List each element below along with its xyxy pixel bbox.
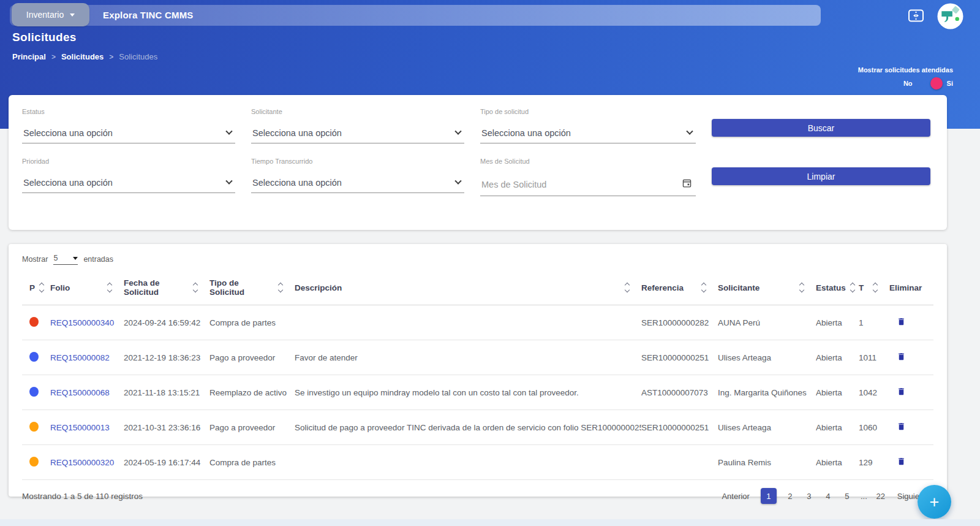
column-header-p[interactable]: P [22,271,50,305]
delete-button[interactable] [889,316,906,329]
solicitante-select[interactable]: Selecciona una opción [251,128,464,143]
page-button-3[interactable]: 3 [804,492,815,501]
estatus-cell: Abierta [816,305,859,340]
page-size-select[interactable]: 5 [53,254,78,265]
column-header-estatus[interactable]: Estatus [816,271,859,305]
page-title: Solicitudes [12,31,77,44]
requests-table-card: Mostrar 5 entradas PFolioFecha de Solici… [9,244,947,497]
column-header-descripci-n[interactable]: Descripción [295,271,641,305]
sort-icon[interactable] [108,283,111,292]
column-header-fecha-de-solicitud[interactable]: Fecha de Solicitud [124,271,209,305]
attended-toggle-area: Mostrar solicitudes atendidas No Si [858,66,953,88]
page-button-22[interactable]: 22 [875,492,886,501]
t-cell: 1011 [859,340,889,375]
column-label: Estatus [816,283,846,292]
table-length-menu: Mostrar 5 entradas [9,244,947,265]
page-button-5[interactable]: 5 [842,492,853,501]
chevron-down-icon [225,178,232,185]
fecha-cell: 2024-05-19 16:17:44 [124,445,209,480]
fecha-cell: 2021-12-19 18:36:23 [124,340,209,375]
tipo-solicitud-select[interactable]: Selecciona una opción [480,128,696,143]
table-row: REQ15000003402024-09-24 16:59:42Compra d… [22,305,933,340]
calendar-icon[interactable] [682,178,692,191]
delete-button[interactable] [889,351,906,364]
priority-dot [29,457,39,467]
folio-link[interactable]: REQ1500000340 [50,318,114,327]
folio-link[interactable]: REQ150000013 [50,423,110,432]
sort-icon[interactable] [702,283,706,292]
estatus-cell: Abierta [816,375,859,410]
sort-icon[interactable] [279,283,282,292]
eliminar-cell [889,445,933,480]
breadcrumb-separator: > [109,53,113,61]
page-button-2[interactable]: 2 [785,492,796,501]
filter-label: Mes de Solicitud [480,158,696,165]
folio-link[interactable]: REQ1500000320 [50,458,114,467]
column-header-eliminar[interactable]: Eliminar [889,271,933,305]
folio-link[interactable]: REQ150000068 [50,388,110,397]
column-header-solicitante[interactable]: Solicitante [718,271,816,305]
plus-icon: + [930,493,940,511]
sort-icon[interactable] [625,283,629,292]
buscar-button[interactable]: Buscar [712,119,930,137]
fecha-cell: 2024-09-24 16:59:42 [124,305,209,340]
trash-icon [897,424,906,433]
column-label: Fecha de Solicitud [124,278,189,297]
attended-toggle-switch[interactable] [919,79,940,88]
sort-icon[interactable] [851,283,854,292]
column-label: Tipo de Solicitud [209,278,274,297]
filter-label: Solicitante [251,108,464,115]
descripcion-cell [295,305,641,340]
filter-estatus: Estatus Selecciona una opción [22,108,235,143]
column-header-referencia[interactable]: Referencia [641,271,718,305]
tipo-cell: Compra de partes [209,305,295,340]
module-selector-button[interactable]: Inventario [12,3,89,26]
breadcrumb-solicitudes[interactable]: Solicitudes [61,52,104,61]
column-header-folio[interactable]: Folio [50,271,124,305]
referencia-cell: SER10000000251 [641,340,718,375]
sort-icon[interactable] [873,283,877,292]
prev-page-button[interactable]: Anterior [718,492,753,501]
table-row: REQ1500000822021-12-19 18:36:23Pago a pr… [22,340,933,375]
toggle-si-label: Si [947,80,953,87]
mes-solicitud-field [480,178,696,196]
t-cell: 129 [859,445,889,480]
filter-label: Estatus [22,108,235,115]
column-header-t[interactable]: T [859,271,889,305]
folio-cell: REQ150000082 [50,340,124,375]
referencia-cell [641,445,718,480]
filter-solicitante: Solicitante Selecciona una opción [251,108,464,143]
descripcion-cell: Favor de atender [295,340,641,375]
folio-link[interactable]: REQ150000082 [50,353,110,362]
tipo-cell: Compra de partes [209,445,295,480]
tipo-cell: Pago a proveedor [209,410,295,445]
filter-label: Prioridad [22,158,235,165]
descripcion-cell: Solicitud de pago a proveedor TINC deriv… [295,410,641,445]
column-label: Referencia [641,283,684,292]
solicitante-cell: AUNA Perú [718,305,816,340]
add-solicitud-fab[interactable]: + [918,485,951,519]
breadcrumb-current: Solicitudes [119,52,157,61]
prioridad-select[interactable]: Selecciona una opción [22,178,235,193]
estatus-select[interactable]: Selecciona una opción [22,128,235,143]
column-label: Folio [50,283,70,292]
delete-button[interactable] [889,386,906,398]
page-button-4[interactable]: 4 [823,492,834,501]
sort-icon[interactable] [194,283,197,292]
tiempo-transcurrido-select[interactable]: Selecciona una opción [251,178,464,193]
priority-dot [29,422,39,432]
fecha-cell: 2021-11-18 13:15:21 [124,375,209,410]
fullscreen-button[interactable] [908,8,924,25]
delete-button[interactable] [889,456,906,468]
breadcrumb-principal[interactable]: Principal [12,52,46,61]
user-avatar[interactable] [937,3,963,29]
column-label: Eliminar [889,283,922,292]
priority-cell [22,340,50,375]
column-header-tipo-de-solicitud[interactable]: Tipo de Solicitud [209,271,295,305]
page-button-1[interactable]: 1 [761,488,777,504]
delete-button[interactable] [889,421,906,433]
sort-icon[interactable] [800,283,804,292]
sort-icon[interactable] [40,283,43,292]
limpiar-button[interactable]: Limpiar [712,167,930,185]
mes-solicitud-input[interactable] [481,180,682,189]
